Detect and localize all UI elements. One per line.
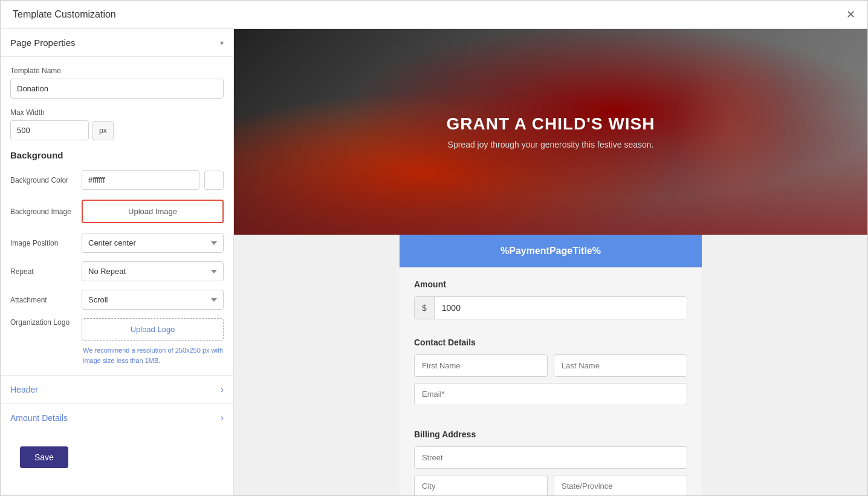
form-card: %PaymentPageTitle% Amount $ Contact Deta… (400, 235, 702, 495)
contact-details-label: Contact Details (414, 338, 687, 347)
attachment-group: Attachment Scroll (10, 290, 224, 310)
city-input[interactable] (414, 475, 548, 495)
hero-title: GRANT A CHILD'S WISH (246, 114, 855, 134)
logo-hint: We recommend a resolution of 250x250 px … (83, 345, 224, 365)
last-name-input[interactable] (554, 354, 687, 377)
header-section-header[interactable]: Header › (1, 375, 233, 403)
page-properties-chevron: ▾ (220, 39, 224, 47)
amount-label: Amount (414, 279, 687, 289)
upload-logo-button[interactable]: Upload Logo (82, 318, 224, 341)
window-title: Template Customization (13, 9, 116, 20)
name-row (414, 354, 687, 377)
left-panel: Page Properties ▾ Template Name Max Widt… (1, 29, 234, 495)
background-image-label: Background Image (10, 207, 77, 216)
hero-content: GRANT A CHILD'S WISH Spread joy through … (234, 102, 867, 162)
px-label: px (92, 121, 114, 140)
amount-details-chevron: › (221, 413, 224, 423)
attachment-select[interactable]: Scroll (82, 290, 224, 310)
page-properties-label: Page Properties (10, 38, 76, 48)
title-bar: Template Customization ✕ (1, 1, 867, 29)
amount-details-header[interactable]: Amount Details › (1, 403, 233, 432)
image-position-group: Image Position Center center (10, 233, 224, 253)
repeat-group: Repeat No Repeat (10, 261, 224, 281)
panel-content: Template Name Max Width px Background Ba… (1, 57, 233, 375)
repeat-label: Repeat (10, 267, 77, 276)
max-width-label: Max Width (10, 108, 224, 117)
image-position-select[interactable]: Center center (82, 233, 224, 253)
hero-section: GRANT A CHILD'S WISH Spread joy through … (234, 29, 867, 235)
attachment-label: Attachment (10, 296, 77, 304)
background-color-input[interactable] (82, 170, 199, 190)
color-swatch[interactable] (204, 171, 224, 190)
template-name-label: Template Name (10, 67, 224, 75)
hero-subtitle: Spread joy through your generosity this … (246, 140, 855, 149)
amount-input[interactable] (435, 297, 687, 319)
state-input[interactable] (554, 475, 687, 495)
street-input[interactable] (414, 446, 687, 469)
close-button[interactable]: ✕ (846, 9, 855, 20)
amount-details-label: Amount Details (10, 413, 68, 423)
background-image-group: Background Image Upload Image (10, 200, 224, 223)
template-name-group: Template Name (10, 67, 224, 99)
header-label: Header (10, 385, 38, 394)
max-width-group: Max Width px (10, 108, 224, 140)
email-input[interactable] (414, 383, 687, 405)
right-panel: GRANT A CHILD'S WISH Spread joy through … (234, 29, 867, 495)
amount-row: $ (414, 296, 687, 319)
currency-symbol: $ (415, 297, 435, 319)
city-state-row (414, 475, 687, 495)
billing-address-label: Billing Address (414, 429, 687, 439)
contact-details-section: Contact Details (400, 325, 702, 417)
org-logo-label: Organization Logo (10, 318, 77, 327)
first-name-input[interactable] (414, 354, 548, 377)
page-properties-header[interactable]: Page Properties ▾ (1, 29, 233, 57)
template-name-input[interactable] (10, 79, 224, 99)
amount-section: Amount $ (400, 267, 702, 325)
background-section-title: Background (10, 150, 224, 160)
billing-address-section: Billing Address (400, 417, 702, 495)
payment-title-bar: %PaymentPageTitle% (400, 235, 702, 267)
upload-image-button[interactable]: Upload Image (82, 200, 224, 223)
background-color-label: Background Color (10, 176, 77, 184)
max-width-input[interactable] (10, 120, 89, 140)
org-logo-group: Organization Logo Upload Logo (10, 318, 224, 341)
background-color-group: Background Color (10, 170, 224, 190)
save-button[interactable]: Save (20, 446, 68, 468)
header-chevron: › (221, 384, 224, 395)
repeat-select[interactable]: No Repeat (82, 261, 224, 281)
image-position-label: Image Position (10, 239, 77, 247)
